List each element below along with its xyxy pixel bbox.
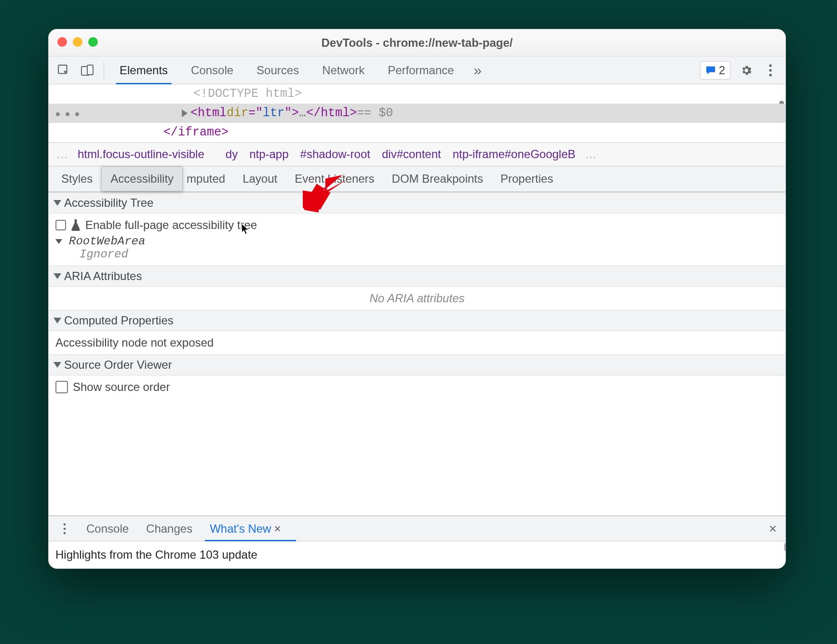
dom-line-doctype[interactable]: <!DOCTYPE html> bbox=[49, 84, 785, 104]
crumb-overflow-left[interactable]: … bbox=[54, 148, 71, 161]
section-accessibility-tree[interactable]: Accessibility Tree bbox=[49, 192, 785, 214]
svg-point-4 bbox=[769, 69, 771, 71]
message-icon bbox=[705, 66, 716, 75]
inspect-element-button[interactable] bbox=[53, 59, 75, 81]
whats-new-headline: Highlights from the Chrome 103 update bbox=[49, 541, 785, 568]
main-toolbar: Elements Console Sources Network Perform… bbox=[49, 56, 785, 84]
issues-count: 2 bbox=[719, 64, 725, 77]
close-window-button[interactable] bbox=[57, 37, 67, 47]
zoom-window-button[interactable] bbox=[88, 37, 98, 47]
window-title: DevTools - chrome://new-tab-page/ bbox=[49, 36, 785, 50]
tab-accessibility-dragging[interactable]: Accessibility bbox=[101, 166, 183, 191]
window-titlebar: DevTools - chrome://new-tab-page/ bbox=[49, 29, 785, 56]
drawer-tab-whats-new[interactable]: What's New × bbox=[203, 516, 287, 541]
expand-caret-icon[interactable] bbox=[182, 109, 188, 117]
more-tabs-button[interactable]: » bbox=[467, 59, 489, 81]
crumb-overflow-right[interactable]: … bbox=[582, 148, 600, 161]
elements-dom-tree[interactable]: <!DOCTYPE html> ••• <html dir="ltr">…</h… bbox=[49, 84, 785, 142]
enable-full-page-tree-label: Enable full-page accessibility tree bbox=[85, 218, 257, 232]
svg-rect-2 bbox=[87, 65, 93, 75]
section-source-order-viewer[interactable]: Source Order Viewer bbox=[49, 354, 785, 376]
drawer-tab-console[interactable]: Console bbox=[80, 516, 135, 541]
section-title: Source Order Viewer bbox=[64, 358, 172, 372]
drawer: Console Changes What's New × × Highlight… bbox=[49, 515, 785, 568]
devtools-window: DevTools - chrome://new-tab-page/ Elemen… bbox=[48, 29, 786, 569]
section-title: Computed Properties bbox=[64, 314, 174, 327]
svg-point-8 bbox=[64, 532, 66, 534]
tab-properties[interactable]: Properties bbox=[492, 166, 562, 191]
gear-icon bbox=[740, 64, 753, 77]
crumb-div-content[interactable]: div#content bbox=[377, 146, 446, 163]
settings-button[interactable] bbox=[735, 59, 757, 81]
section-title: Accessibility Tree bbox=[64, 196, 153, 210]
show-source-order-label: Show source order bbox=[73, 380, 170, 394]
aria-attributes-empty: No ARIA attributes bbox=[49, 287, 785, 310]
svg-point-6 bbox=[64, 523, 66, 525]
tab-console[interactable]: Console bbox=[180, 56, 244, 84]
dom-breadcrumbs[interactable]: … html.focus-outline-visible dy ntp-app … bbox=[49, 142, 785, 166]
crumb-ntp-iframe[interactable]: ntp-iframe#oneGoogleB bbox=[448, 146, 580, 163]
device-toolbar-button[interactable] bbox=[77, 59, 99, 81]
drawer-tabs: Console Changes What's New × × bbox=[49, 516, 785, 541]
tab-event-listeners[interactable]: Event Listeners bbox=[286, 166, 383, 191]
tab-elements[interactable]: Elements bbox=[109, 56, 178, 84]
section-computed-properties[interactable]: Computed Properties bbox=[49, 310, 785, 331]
ax-node-ignored: Ignored bbox=[80, 248, 128, 261]
section-aria-attributes[interactable]: ARIA Attributes bbox=[49, 266, 785, 287]
dom-line-iframe-close[interactable]: </iframe> bbox=[49, 123, 785, 142]
tab-network[interactable]: Network bbox=[311, 56, 375, 84]
flask-icon bbox=[71, 219, 81, 231]
crumb-shadow-root[interactable]: #shadow-root bbox=[296, 146, 375, 163]
tab-computed[interactable]: mputed bbox=[178, 166, 234, 191]
tree-caret-icon[interactable] bbox=[55, 239, 62, 244]
chevron-down-icon bbox=[54, 200, 61, 206]
kebab-icon bbox=[769, 64, 772, 77]
tab-styles[interactable]: Styles bbox=[53, 166, 101, 191]
divider bbox=[104, 62, 104, 79]
kebab-icon bbox=[63, 523, 67, 535]
chevron-down-icon bbox=[54, 362, 61, 368]
sidebar-pane-tabs: Styles Accessibility mputed Layout Event… bbox=[49, 166, 785, 192]
close-tab-button[interactable]: × bbox=[274, 522, 281, 536]
crumb-body[interactable]: dy bbox=[221, 146, 243, 163]
crumb-html[interactable]: html.focus-outline-visible bbox=[73, 146, 209, 163]
tab-performance[interactable]: Performance bbox=[377, 56, 464, 84]
minimize-window-button[interactable] bbox=[73, 37, 82, 47]
crumb-ntp-app[interactable]: ntp-app bbox=[244, 146, 293, 163]
enable-full-page-tree-checkbox[interactable] bbox=[55, 220, 66, 230]
show-source-order-checkbox[interactable] bbox=[55, 381, 68, 393]
accessibility-tree-content: Enable full-page accessibility tree Root… bbox=[49, 214, 785, 266]
kebab-menu-button[interactable] bbox=[759, 59, 782, 81]
svg-point-7 bbox=[64, 527, 66, 530]
tab-sources[interactable]: Sources bbox=[246, 56, 310, 84]
traffic-lights bbox=[57, 37, 98, 47]
chevron-down-icon bbox=[54, 318, 61, 323]
ax-node-root[interactable]: RootWebArea bbox=[69, 235, 145, 248]
source-order-content: Show source order bbox=[49, 376, 785, 399]
section-title: ARIA Attributes bbox=[64, 269, 142, 283]
dom-line-html-selected[interactable]: ••• <html dir="ltr">…</html> == $0 bbox=[49, 104, 785, 123]
drawer-tab-changes[interactable]: Changes bbox=[139, 516, 199, 541]
svg-point-3 bbox=[769, 64, 771, 67]
issues-button[interactable]: 2 bbox=[700, 61, 730, 80]
close-drawer-button[interactable]: × bbox=[765, 521, 781, 537]
drawer-kebab-button[interactable] bbox=[54, 518, 76, 540]
ellipsis-icon: ••• bbox=[54, 106, 82, 125]
chevron-down-icon bbox=[54, 273, 61, 279]
tab-dom-breakpoints[interactable]: DOM Breakpoints bbox=[383, 166, 492, 191]
tab-layout[interactable]: Layout bbox=[234, 166, 286, 191]
computed-properties-content: Accessibility node not exposed bbox=[49, 331, 785, 354]
scrollbar-thumb[interactable] bbox=[784, 542, 786, 552]
svg-point-5 bbox=[769, 74, 771, 76]
